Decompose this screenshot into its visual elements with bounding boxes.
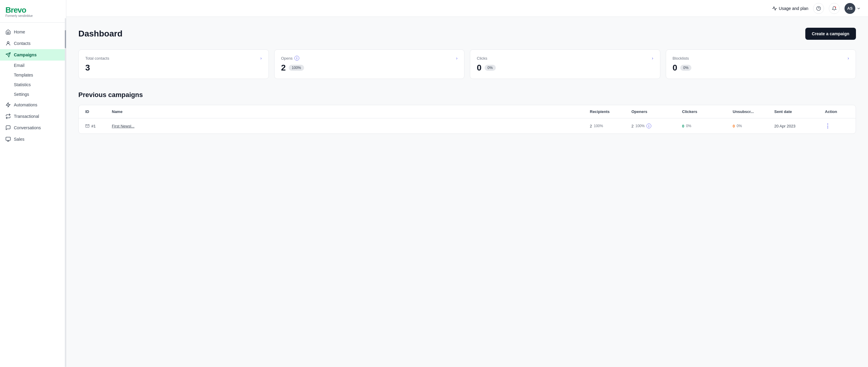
stat-value-clicks: 0 [477,63,482,72]
bell-icon [832,6,837,11]
scrollbar[interactable] [65,18,66,367]
openers-pct: 100% [635,124,645,128]
stat-value-opens: 2 [281,63,286,72]
sidebar-item-campaigns[interactable]: Campaigns [0,49,66,61]
table-cell-unsubscribed: 0 0% [733,124,772,128]
stat-card-total-contacts[interactable]: Total contacts › 3 [79,50,269,79]
page-title: Dashboard [79,29,122,38]
help-button[interactable] [813,3,824,14]
contacts-icon [5,41,11,46]
section-title-previous-campaigns: Previous campaigns [79,91,856,99]
avatar-button[interactable]: AS [844,3,861,14]
col-header-sent-date: Sent date [774,110,823,114]
col-header-unsubscribed: Unsubscr... [733,110,772,114]
table-cell-clickers: 0 0% [682,124,730,128]
sidebar-item-settings[interactable]: Settings [0,90,66,99]
sidebar-item-campaigns-label: Campaigns [14,53,36,57]
opens-info-icon[interactable]: i [294,56,299,61]
stat-value-row-opens: 2 100% [281,63,458,72]
sidebar-item-email[interactable]: Email [0,61,66,70]
stat-value-row: 3 [85,63,262,72]
stat-arrow-clicks: › [652,56,653,61]
svg-point-0 [7,41,9,43]
stat-value-blocklists: 0 [673,63,678,72]
table-cell-id: #1 [85,124,110,128]
transactional-icon [5,114,11,119]
table-cell-action: ⋮ [825,123,849,129]
activity-icon [772,6,777,11]
stat-badge-blocklists: 0% [680,65,691,71]
stat-label-clicks: Clicks [477,56,487,61]
svg-point-8 [835,7,836,8]
scrollbar-thumb [65,30,66,48]
sales-icon [5,136,11,142]
col-header-id: ID [85,110,110,114]
stat-value-row-blocklists: 0 0% [673,63,849,72]
usage-label: Usage and plan [779,6,808,11]
stat-card-header: Total contacts › [85,56,262,61]
logo-area: Brevo Formerly sendinblue [0,0,66,22]
stat-label-opens: Opens i [281,56,299,61]
sidebar-item-email-label: Email [14,63,24,68]
col-header-recipients: Recipients [590,110,629,114]
col-header-openers: Openers [631,110,680,114]
col-header-clickers: Clickers [682,110,730,114]
stat-value-total-contacts: 3 [85,63,90,72]
sidebar-item-transactional[interactable]: Transactional [0,111,66,122]
page-header-row: Dashboard Create a campaign [79,28,856,40]
openers-info-icon[interactable]: i [647,124,651,128]
clickers-value: 0 [682,124,684,128]
table-row: #1 First Newsl... 2 100% 2 100% [79,118,856,133]
conversations-icon [5,125,11,130]
sidebar-nav: Home Contacts Campaigns Email Templates … [0,25,66,367]
stat-card-clicks[interactable]: Clicks › 0 0% [470,50,660,79]
stat-badge-opens: 100% [289,65,304,71]
home-icon [5,29,11,35]
sidebar-item-settings-label: Settings [14,92,29,97]
sidebar-item-contacts[interactable]: Contacts [0,38,66,49]
sidebar-item-home[interactable]: Home [0,26,66,38]
main-content: Usage and plan AS Dashboard Create a cam… [66,0,868,367]
previous-campaigns-section: Previous campaigns ID Name Recipients Op… [79,91,856,134]
stat-arrow-total-contacts: › [260,56,262,61]
sidebar-item-conversations[interactable]: Conversations [0,122,66,133]
recipients-value: 2 [590,124,592,128]
clickers-pct: 0% [686,124,691,128]
table-cell-recipients: 2 100% [590,124,629,128]
table-cell-openers: 2 100% i [631,124,680,128]
create-campaign-button[interactable]: Create a campaign [805,28,856,40]
stat-arrow-blocklists: › [847,56,849,61]
openers-value: 2 [631,124,633,128]
campaigns-table: ID Name Recipients Openers Clickers Unsu… [79,105,856,134]
campaign-name-link[interactable]: First Newsl... [112,124,134,128]
avatar: AS [844,3,855,14]
stat-badge-clicks: 0% [485,65,496,71]
sent-date: 20 Apr 2023 [774,124,795,128]
sidebar-item-automations[interactable]: Automations [0,99,66,111]
unsubscribed-value: 0 [733,124,735,128]
sidebar-item-sales[interactable]: Sales [0,133,66,145]
notifications-button[interactable] [829,3,840,14]
stat-card-header-blocklists: Blocklists › [673,56,849,61]
stat-label-total-contacts: Total contacts [85,56,110,61]
usage-and-plan-button[interactable]: Usage and plan [772,6,808,11]
stat-label-blocklists: Blocklists [673,56,689,61]
sidebar-item-statistics[interactable]: Statistics [0,80,66,90]
brand-name: Brevo [5,6,61,14]
col-header-name: Name [112,110,587,114]
stat-card-blocklists[interactable]: Blocklists › 0 0% [666,50,856,79]
sidebar: Brevo Formerly sendinblue Home Contacts … [0,0,66,367]
sidebar-item-sales-label: Sales [14,137,24,142]
action-dots-button[interactable]: ⋮ [825,123,830,129]
sidebar-item-statistics-label: Statistics [14,82,31,87]
sidebar-item-automations-label: Automations [14,102,37,107]
sidebar-item-home-label: Home [14,30,25,34]
email-type-icon [85,124,90,128]
stat-card-opens[interactable]: Opens i › 2 100% [274,50,465,79]
table-header: ID Name Recipients Openers Clickers Unsu… [79,105,856,118]
automations-icon [5,102,11,108]
stat-card-header-clicks: Clicks › [477,56,653,61]
sidebar-item-templates[interactable]: Templates [0,70,66,80]
svg-rect-3 [6,137,10,141]
brand-sub: Formerly sendinblue [5,14,61,18]
